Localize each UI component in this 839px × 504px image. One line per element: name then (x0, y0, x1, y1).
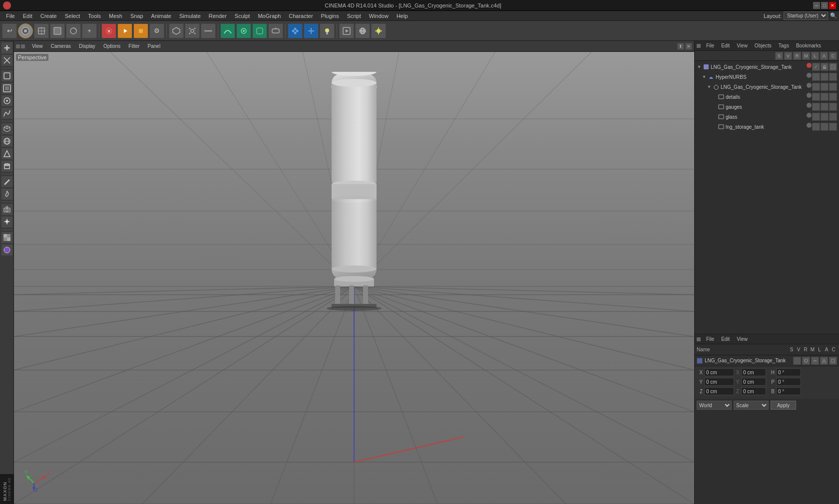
obj-edit-lng-storage[interactable] (829, 123, 837, 131)
vp-menu-options[interactable]: Options (100, 42, 123, 50)
deformer-button[interactable] (268, 23, 283, 38)
mode-button[interactable] (18, 23, 33, 38)
render-to-pic-button[interactable] (133, 23, 148, 38)
obj-check-lng-storage[interactable] (812, 123, 820, 131)
tool-pen[interactable] (1, 176, 13, 188)
om-file-menu[interactable]: File (704, 42, 717, 49)
attr-edit-menu[interactable]: Edit (719, 336, 732, 342)
obj-check-glass[interactable] (812, 113, 820, 121)
tool-cube[interactable] (1, 123, 13, 135)
attr-icon-1[interactable] (793, 357, 801, 365)
nurbs1-button[interactable] (220, 23, 235, 38)
coord-y2-input[interactable] (741, 378, 766, 386)
attr-view-menu[interactable]: View (734, 336, 750, 342)
menu-select[interactable]: Select (61, 12, 84, 20)
tool-texture[interactable] (1, 232, 13, 244)
obj-row-glass[interactable]: ▶ glass (695, 112, 839, 122)
viewport-settings-button[interactable] (355, 23, 370, 38)
menu-tools[interactable]: Tools (84, 12, 105, 20)
tool-cone[interactable] (1, 148, 13, 160)
obj-vis-scene[interactable] (807, 63, 812, 68)
menu-create[interactable]: Create (36, 12, 61, 20)
om-view-menu[interactable]: View (734, 42, 750, 49)
layout-dropdown[interactable]: Startup (User) (784, 11, 828, 20)
vp-menu-filter[interactable]: Filter (125, 42, 142, 50)
attr-icon-3[interactable] (811, 357, 819, 365)
obj-vis-hypernurbs[interactable] (807, 73, 812, 78)
light-icon-button[interactable] (371, 23, 386, 38)
obj-vis-details[interactable] (807, 93, 812, 98)
vp-close-icon[interactable]: ✕ (685, 43, 692, 50)
obj-check-gauges[interactable] (812, 103, 820, 111)
tool-freehand[interactable] (1, 107, 13, 119)
om-icon-7[interactable]: C (829, 52, 837, 60)
minimize-button[interactable]: ─ (813, 2, 820, 9)
om-objects-menu[interactable]: Objects (752, 42, 774, 49)
tool-brush[interactable] (1, 188, 13, 200)
vp-menu-cameras[interactable]: Cameras (48, 42, 74, 50)
nurbs2-button[interactable] (236, 23, 251, 38)
vp-menu-panel[interactable]: Panel (145, 42, 164, 50)
menu-animate[interactable]: Animate (147, 12, 175, 20)
undo-button[interactable]: ↩ (2, 23, 17, 38)
tool1-button[interactable] (34, 23, 49, 38)
edges-mode-button[interactable] (201, 23, 216, 38)
coord-x2-input[interactable] (741, 368, 766, 376)
attr-file-menu[interactable]: File (704, 336, 717, 342)
object-mode-button[interactable] (169, 23, 184, 38)
obj-edit-gauges[interactable] (829, 103, 837, 111)
render-region-button[interactable]: ✕ (101, 23, 116, 38)
obj-lock-glass[interactable] (821, 113, 829, 121)
coord-y-input[interactable] (704, 378, 734, 386)
attr-item-row[interactable]: LNG_Gas_Cryogenic_Storage_Tank (695, 355, 839, 366)
obj-edit-glass[interactable] (829, 113, 837, 121)
apply-button[interactable]: Apply (771, 401, 796, 410)
tool-live-select[interactable] (1, 95, 13, 107)
coord-x-input[interactable] (704, 368, 734, 376)
menu-plugins[interactable]: Plugins (317, 12, 343, 20)
obj-row-scene[interactable]: ▼ LNG_Gas_Cryogenic_Storage_Tank ✓ (695, 62, 839, 72)
render-settings-button[interactable]: ⚙ (149, 23, 164, 38)
obj-lock-details[interactable] (821, 93, 829, 101)
obj-arrow-scene[interactable]: ▼ (697, 64, 702, 69)
om-icon-2[interactable]: V (784, 52, 792, 60)
obj-edit-lng-child[interactable] (829, 83, 837, 91)
obj-lock-lng-storage[interactable] (821, 123, 829, 131)
menu-file[interactable]: File (2, 12, 19, 20)
render-button[interactable] (117, 23, 132, 38)
menu-character[interactable]: Character (285, 12, 317, 20)
obj-check-scene[interactable]: ✓ (812, 63, 820, 71)
tool-camera[interactable] (1, 204, 13, 216)
render-view-button[interactable] (339, 23, 354, 38)
maximize-button[interactable]: □ (821, 2, 828, 9)
om-icon-4[interactable]: M (802, 52, 810, 60)
menu-sculpt[interactable]: Sculpt (231, 12, 254, 20)
obj-lock-scene[interactable] (821, 63, 829, 71)
rotate-button[interactable] (66, 23, 81, 38)
tool3-button[interactable]: + (82, 23, 97, 38)
mograph1-button[interactable] (288, 23, 303, 38)
coord-system-dropdown[interactable]: World Local Object (697, 401, 732, 410)
tool-paint[interactable] (1, 244, 13, 256)
light-button[interactable] (320, 23, 335, 38)
tool-cylinder[interactable] (1, 160, 13, 172)
obj-lock-hypernurbs[interactable] (821, 73, 829, 81)
vp-menu-view[interactable]: View (29, 42, 46, 50)
search-icon[interactable]: 🔍 (830, 12, 837, 19)
obj-row-details[interactable]: ▶ details (695, 92, 839, 102)
viewport-3d[interactable]: Perspective X Y Z (14, 52, 694, 504)
obj-vis-lng-child[interactable] (807, 83, 812, 88)
coord-h-input[interactable] (776, 368, 801, 376)
obj-edit-scene[interactable] (829, 63, 837, 71)
om-bookmarks-menu[interactable]: Bookmarks (794, 42, 824, 49)
tool-move[interactable] (1, 42, 13, 54)
attr-icon-5[interactable] (829, 357, 837, 365)
obj-vis-gauges[interactable] (807, 103, 812, 108)
om-icon-6[interactable]: A (820, 52, 828, 60)
obj-edit-details[interactable] (829, 93, 837, 101)
menu-render[interactable]: Render (205, 12, 231, 20)
mograph2-button[interactable] (304, 23, 319, 38)
menu-mesh[interactable]: Mesh (105, 12, 126, 20)
tool-rotate[interactable] (1, 70, 13, 82)
menu-script[interactable]: Script (343, 12, 365, 20)
